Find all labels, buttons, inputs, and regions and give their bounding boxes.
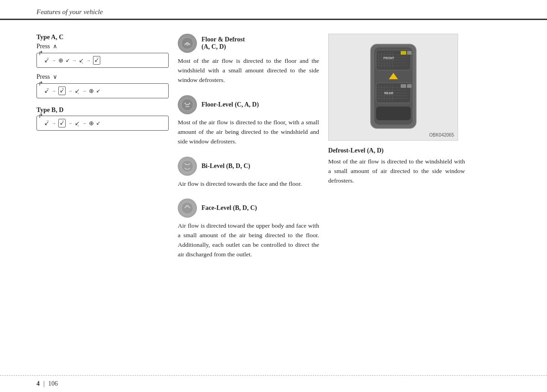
corner-arrow-1: ↱ (38, 50, 43, 57)
bi-level-desc: Air flow is directed towards the face an… (178, 179, 319, 189)
bi-level-title: Bi-Level (B, D, C) (201, 163, 250, 170)
floor-defrost-icon: ⊕ (178, 34, 197, 53)
footer-page: 106 (48, 380, 58, 387)
af-arr-b1: → (52, 121, 56, 126)
car-remote-image: FRONT (328, 34, 458, 141)
face-level-title: Face-Level (B, D, C) (201, 204, 257, 212)
page-header: Features of your vehicle (0, 0, 547, 20)
bi-level-svg (181, 160, 194, 173)
af-arr-3: → (86, 58, 91, 63)
af-sym-d1: ↙̈ (44, 87, 49, 95)
af-sym-1: ↙̈ (44, 57, 49, 64)
down-arrow-symbol: ∨ (53, 73, 57, 81)
af-sym-4: ↙̈ (93, 56, 100, 65)
af-arr-d2: → (68, 88, 72, 93)
floor-defrost-svg: ⊕ (181, 37, 194, 50)
face-level-svg (181, 202, 194, 214)
diagram-bd: ↱ ↙̈ → ↙̈ → ↙̣ → ⊕↙ (36, 116, 169, 131)
svg-point-3 (181, 160, 193, 172)
floor-defrost-title: Floor & Defrost (A, C, D) (201, 36, 245, 50)
press-down-row: Press ∨ (36, 73, 169, 81)
defrost-section: Defrost-Level (A, D) Most of the air flo… (328, 147, 465, 186)
mode-floor-defrost-header: ⊕ Floor & Defrost (A, C, D) (178, 34, 319, 53)
svg-text:⊕: ⊕ (186, 41, 189, 46)
press-up-row: Press ∧ (36, 43, 169, 50)
up-arrow-symbol: ∧ (53, 43, 57, 50)
header-title: Features of your vehicle (36, 8, 103, 15)
svg-text:FRONT: FRONT (383, 56, 395, 60)
bi-level-icon (178, 157, 197, 176)
mode-bi-level-header: Bi-Level (B, D, C) (178, 157, 319, 176)
face-level-icon (178, 199, 197, 218)
af-sym-b4: ⊕ (89, 120, 94, 127)
floor-level-desc: Most of the air flow is directed to the … (178, 118, 319, 147)
right-column: FRONT (328, 34, 465, 270)
left-column: Type A, C Press ∧ ↱ ↙̈ → ⊕↙ → ↙̣ → ↙̈ (36, 34, 178, 270)
af-sym-2: ⊕ (58, 57, 63, 64)
middle-column: ⊕ Floor & Defrost (A, C, D) Most of the … (178, 34, 328, 270)
mode-bi-level: Bi-Level (B, D, C) Air flow is directed … (178, 157, 319, 189)
page-footer: 4 | 106 (0, 375, 547, 392)
type-bd-label: Type B, D (36, 107, 169, 114)
diagram-ac-up: ↱ ↙̈ → ⊕↙ → ↙̣ → ↙̈ (36, 53, 169, 68)
svg-rect-20 (401, 51, 406, 55)
mode-floor-level-header: Floor-Level (C, A, D) (178, 95, 319, 114)
mode-face-level-header: Face-Level (B, D, C) (178, 199, 319, 218)
floor-level-svg (181, 98, 194, 111)
floor-level-title: Floor-Level (C, A, D) (201, 101, 259, 108)
af-arr-d1: → (52, 88, 56, 93)
press-down-label: Press (36, 73, 50, 81)
footer-section: 4 (36, 380, 40, 387)
main-content: Type A, C Press ∧ ↱ ↙̈ → ⊕↙ → ↙̣ → ↙̈ (0, 29, 547, 279)
af-sym-d4: ⊕ (89, 87, 94, 95)
af-arr-d3: → (82, 88, 87, 93)
face-level-desc: Air flow is directed toward the upper bo… (178, 221, 319, 260)
svg-rect-37 (407, 84, 412, 88)
corner-arrow-2: ↱ (38, 80, 43, 87)
af-arr-1: → (52, 58, 56, 63)
af-sym-b2: ↙̈ (58, 119, 66, 127)
svg-rect-36 (401, 84, 406, 88)
af-sym-3: ↙̣ (79, 57, 84, 64)
af-arr-b2: → (68, 121, 72, 126)
mode-face-level: Face-Level (B, D, C) Air flow is directe… (178, 199, 319, 260)
af-arr-2: → (72, 58, 77, 63)
svg-rect-38 (376, 107, 411, 120)
svg-point-4 (181, 202, 193, 214)
af-sym-b3: ↙̣ (75, 120, 80, 127)
af-sym-b1: ↙̈ (44, 120, 49, 127)
corner-arrow-3: ↱ (38, 112, 43, 120)
mode-floor-level: Floor-Level (C, A, D) Most of the air fl… (178, 95, 319, 147)
type-bd-section: Type B, D ↱ ↙̈ → ↙̈ → ↙̣ → ⊕↙ (36, 107, 169, 131)
type-ac-label: Type A, C (36, 34, 169, 41)
obk-label: OBK042065 (429, 132, 454, 137)
defrost-title: Defrost-Level (A, D) (328, 147, 465, 154)
af-sym-d2: ↙̈ (58, 87, 66, 95)
press-up-label: Press (36, 43, 50, 50)
diagram-ac-down: ↱ ↙̈ → ↙̈ → ↙̣ → ⊕↙ (36, 83, 169, 98)
svg-text:REAR: REAR (384, 92, 393, 95)
defrost-desc: Most of the air flow is directed to the … (328, 157, 465, 186)
mode-floor-defrost: ⊕ Floor & Defrost (A, C, D) Most of the … (178, 34, 319, 85)
type-ac-section: Type A, C Press ∧ ↱ ↙̈ → ⊕↙ → ↙̣ → ↙̈ (36, 34, 169, 98)
floor-defrost-desc: Most of the air flow is directed to the … (178, 56, 319, 85)
floor-defrost-title-block: Floor & Defrost (A, C, D) (201, 36, 245, 51)
af-arr-b3: → (82, 121, 87, 126)
footer-separator: | (43, 380, 45, 387)
page-wrapper: Features of your vehicle Type A, C Press… (0, 0, 547, 392)
af-sym-d3: ↙̣ (75, 87, 80, 95)
floor-level-icon (178, 95, 197, 114)
remote-svg: FRONT (366, 42, 421, 133)
svg-rect-21 (407, 51, 412, 55)
